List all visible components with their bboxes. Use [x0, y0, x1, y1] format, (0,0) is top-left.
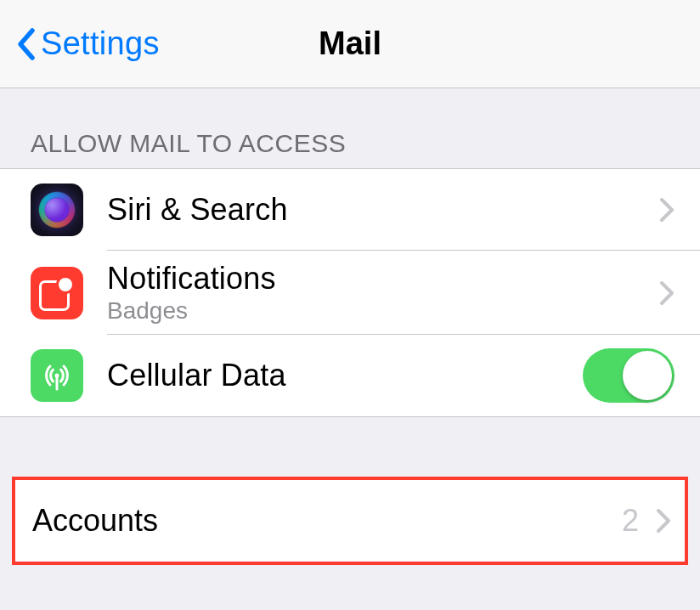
accounts-count: 2 — [622, 503, 639, 539]
row-label: Notifications — [107, 261, 646, 297]
row-cellular-data: Cellular Data — [0, 335, 700, 416]
settings-group-accounts-highlighted: Accounts 2 — [12, 477, 688, 565]
navbar: Settings Mail — [0, 0, 700, 88]
notifications-icon — [31, 267, 83, 319]
row-sublabel: Badges — [107, 297, 646, 325]
page-title: Mail — [319, 25, 381, 62]
cellular-data-toggle[interactable] — [583, 348, 675, 403]
spacer — [0, 417, 700, 477]
chevron-right-icon — [659, 280, 675, 306]
siri-icon — [31, 184, 83, 236]
chevron-right-icon — [656, 508, 671, 534]
row-label: Accounts — [32, 503, 622, 539]
row-siri-search[interactable]: Siri & Search — [0, 169, 700, 251]
cellular-icon — [31, 349, 83, 402]
chevron-left-icon — [15, 27, 36, 61]
chevron-right-icon — [659, 197, 675, 223]
row-notifications[interactable]: Notifications Badges — [0, 251, 700, 335]
settings-group-access: Siri & Search Notifications Badges — [0, 168, 700, 417]
row-label: Siri & Search — [107, 192, 646, 228]
toggle-knob — [623, 351, 672, 400]
row-accounts[interactable]: Accounts 2 — [15, 480, 685, 562]
back-button[interactable]: Settings — [15, 25, 160, 62]
back-label: Settings — [41, 25, 160, 62]
section-header-access: Allow Mail to Access — [0, 88, 700, 168]
row-label: Cellular Data — [107, 358, 583, 393]
